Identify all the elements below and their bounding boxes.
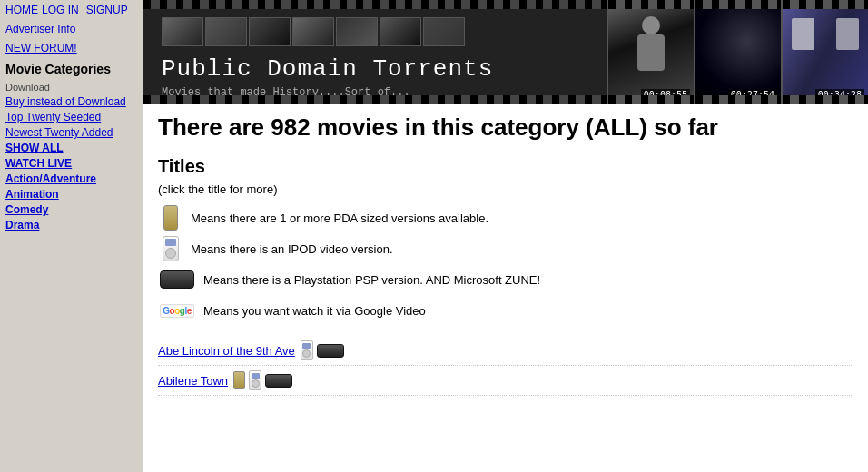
pda-icon-legend (158, 205, 183, 231)
movie-icons-abilene (233, 370, 292, 390)
ipod-icon-legend (158, 236, 183, 261)
categories-title: Movie Categories (5, 62, 137, 76)
download-label: Download (5, 82, 137, 93)
titles-section: Titles (click the title for more) Means … (158, 156, 853, 396)
sidebar-item-newest20[interactable]: Newest Twenty Added (5, 126, 137, 139)
banner-thumb-1: 00:08:55 (607, 0, 694, 104)
banner-thumb-2: 00:27:54 (694, 0, 781, 104)
legend-pda: Means there are 1 or more PDA sized vers… (158, 205, 853, 231)
banner-title-area: Public Domain Torrents Movies that made … (143, 0, 607, 104)
google-icon-legend: Google (158, 298, 196, 323)
psp-icon-abe (317, 344, 344, 358)
legend-psp-text: Means there is a Playstation PSP version… (203, 273, 540, 287)
sidebar-item-showall[interactable]: SHOW ALL (5, 142, 137, 154)
banner-time-2: 00:27:54 (728, 89, 777, 101)
ipod-icon-abe (301, 340, 313, 360)
banner-time-1: 00:08:55 (641, 89, 690, 101)
legend-google-text: Means you want watch it via Google Video (203, 304, 426, 318)
content-area: There are 982 movies in this category (A… (143, 104, 868, 472)
banner-title: Public Domain Torrents (162, 55, 588, 83)
page-heading: There are 982 movies in this category (A… (158, 113, 853, 142)
movie-item-abilene: Abilene Town (158, 366, 853, 396)
movie-icons-abe (301, 340, 344, 360)
sidebar-item-buy[interactable]: Buy instead of Download (5, 95, 137, 108)
psp-icon-abilene (265, 374, 292, 388)
sidebar-item-action[interactable]: Action/Adventure (5, 172, 137, 185)
sidebar-item-top20[interactable]: Top Twenty Seeded (5, 111, 137, 123)
login-link[interactable]: LOG IN (42, 4, 79, 16)
sidebar-item-comedy[interactable]: Comedy (5, 203, 137, 216)
movie-link-abe[interactable]: Abe Lincoln of the 9th Ave (158, 344, 295, 358)
signup-link[interactable]: SIGNUP (86, 4, 128, 16)
sidebar-item-animation[interactable]: Animation (5, 188, 137, 201)
home-link[interactable]: HOME (5, 4, 38, 16)
movie-link-abilene[interactable]: Abilene Town (158, 374, 228, 388)
sidebar-top-links: HOME LOG IN SIGNUP (5, 4, 137, 16)
sidebar: HOME LOG IN SIGNUP Advertiser Info NEW F… (0, 0, 143, 472)
banner-subtitle: Movies that made History....Sort of... (162, 86, 588, 99)
legend-pda-text: Means there are 1 or more PDA sized vers… (191, 211, 488, 225)
legend-ipod-text: Means there is an IPOD video version. (191, 242, 393, 256)
banner-time-3: 00:34:28 (815, 89, 864, 101)
main-content: Public Domain Torrents Movies that made … (143, 0, 868, 472)
legend-ipod: Means there is an IPOD video version. (158, 236, 853, 261)
movie-item-abe: Abe Lincoln of the 9th Ave (158, 336, 853, 366)
advertiser-link[interactable]: Advertiser Info (5, 23, 75, 35)
movie-list: Abe Lincoln of the 9th Ave Abilene Town (158, 336, 853, 396)
psp-icon-legend (158, 267, 196, 292)
pda-icon-abilene (233, 371, 245, 389)
ipod-icon-abilene (249, 370, 261, 390)
banner: Public Domain Torrents Movies that made … (143, 0, 868, 104)
sidebar-item-drama[interactable]: Drama (5, 219, 137, 231)
banner-thumb-3: 00:34:28 (781, 0, 868, 104)
legend-google: Google Means you want watch it via Googl… (158, 298, 853, 323)
click-note: (click the title for more) (158, 182, 853, 196)
sidebar-item-watchlive[interactable]: WATCH LIVE (5, 157, 137, 170)
legend-psp: Means there is a Playstation PSP version… (158, 267, 853, 292)
titles-label: Titles (158, 156, 853, 177)
forum-link[interactable]: NEW FORUM! (5, 42, 77, 54)
